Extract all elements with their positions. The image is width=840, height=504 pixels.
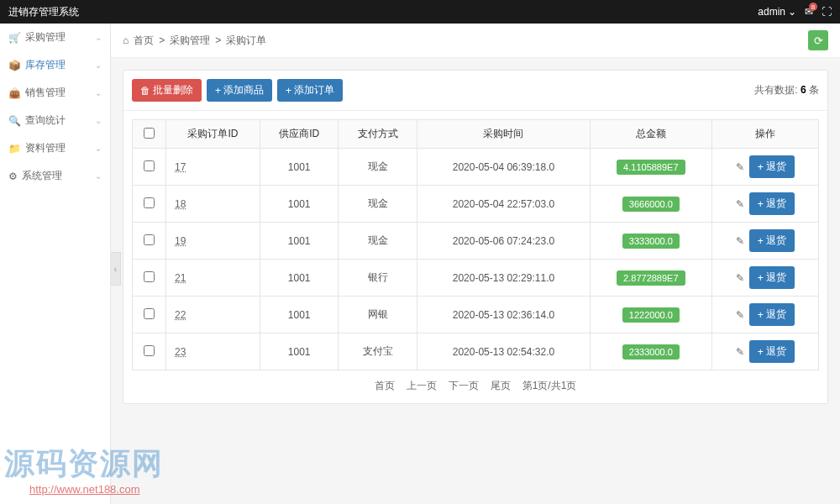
plus-icon: + (758, 346, 764, 358)
table-row: 221001网银2020-05-13 02:36:14.01222000.0✎+… (133, 297, 819, 333)
return-button[interactable]: + 退货 (749, 229, 795, 252)
sidebar-item-query[interactable]: 🔍查询统计 ⌄ (0, 107, 110, 134)
page-info: 第1页/共1页 (522, 379, 577, 393)
breadcrumb: ⌂ 首页 > 采购管理 > 采购订单 (123, 34, 266, 48)
plus-icon: + (758, 309, 764, 321)
add-order-button[interactable]: + 添加订单 (277, 79, 343, 102)
refresh-icon: ⟳ (814, 34, 823, 47)
username: admin (758, 6, 785, 18)
col-order-id: 采购订单ID (166, 120, 260, 149)
pay-method-cell: 现金 (339, 186, 417, 223)
pay-method-cell: 现金 (339, 223, 417, 260)
row-checkbox[interactable] (144, 308, 155, 319)
folder-icon: 📁 (8, 143, 21, 155)
order-id-link[interactable]: 23 (175, 346, 186, 358)
table-row: 191001现金2020-05-06 07:24:23.03333000.0✎+… (133, 223, 819, 260)
row-checkbox[interactable] (144, 160, 155, 171)
app-title: 进销存管理系统 (8, 5, 79, 19)
order-id-link[interactable]: 21 (175, 272, 186, 284)
edit-icon[interactable]: ✎ (736, 309, 744, 321)
supplier-id-cell: 1001 (260, 186, 339, 223)
edit-icon[interactable]: ✎ (736, 161, 744, 173)
col-pay-method: 支付方式 (339, 120, 417, 149)
supplier-id-cell: 1001 (260, 223, 339, 260)
order-id-link[interactable]: 22 (175, 309, 186, 321)
return-button[interactable]: + 退货 (749, 155, 795, 178)
sidebar-item-purchase[interactable]: 🛒采购管理 ⌄ (0, 24, 110, 51)
home-icon[interactable]: ⌂ (123, 34, 129, 46)
plus-icon: + (215, 85, 221, 97)
amount-badge: 4.1105889E7 (617, 160, 685, 175)
search-icon: 🔍 (8, 115, 21, 127)
sidebar: 🛒采购管理 ⌄ 📦库存管理 ⌄ 👜销售管理 ⌄ 🔍查询统计 ⌄ 📁资料管理 ⌄ … (0, 24, 111, 504)
chevron-down-icon: ⌄ (95, 144, 102, 153)
plus-icon: + (758, 161, 764, 173)
fullscreen-icon[interactable]: ⛶ (822, 6, 832, 18)
edit-icon[interactable]: ✎ (736, 198, 744, 210)
pay-method-cell: 现金 (339, 149, 417, 186)
chevron-down-icon: ⌄ (788, 6, 796, 18)
page-prev[interactable]: 上一页 (407, 379, 437, 393)
cart-icon: 🛒 (8, 32, 21, 44)
sidebar-item-system[interactable]: ⚙系统管理 ⌄ (0, 162, 110, 190)
chevron-down-icon: ⌄ (95, 171, 102, 181)
amount-badge: 1222000.0 (622, 307, 680, 323)
supplier-id-cell: 1001 (260, 149, 339, 186)
plus-icon: + (758, 235, 764, 247)
row-checkbox[interactable] (144, 345, 155, 356)
return-button[interactable]: + 退货 (749, 303, 795, 326)
col-action: 操作 (711, 120, 818, 149)
table-row: 231001支付宝2020-05-13 02:54:32.02333000.0✎… (133, 333, 819, 370)
col-supplier-id: 供应商ID (260, 120, 339, 149)
return-button[interactable]: + 退货 (749, 266, 795, 289)
page-last[interactable]: 尾页 (491, 379, 511, 393)
gear-icon: ⚙ (8, 171, 18, 182)
pay-method-cell: 银行 (339, 260, 417, 297)
return-button[interactable]: + 退货 (749, 192, 795, 215)
sidebar-item-sales[interactable]: 👜销售管理 ⌄ (0, 79, 110, 107)
sidebar-item-data[interactable]: 📁资料管理 ⌄ (0, 134, 110, 162)
trash-icon: 🗑 (140, 85, 150, 97)
data-count: 共有数据: 6 条 (754, 83, 819, 97)
time-cell: 2020-05-13 02:54:32.0 (417, 333, 590, 370)
col-amount: 总金额 (590, 120, 711, 149)
supplier-id-cell: 1001 (260, 297, 339, 333)
page-first[interactable]: 首页 (375, 379, 395, 393)
orders-table: 采购订单ID 供应商ID 支付方式 采购时间 总金额 操作 171001现金20… (132, 119, 819, 370)
order-id-link[interactable]: 18 (175, 198, 186, 210)
supplier-id-cell: 1001 (260, 260, 339, 297)
chevron-down-icon: ⌄ (95, 60, 102, 70)
box-icon: 📦 (8, 60, 21, 71)
pay-method-cell: 支付宝 (339, 333, 417, 370)
edit-icon[interactable]: ✎ (736, 235, 744, 247)
sidebar-item-inventory[interactable]: 📦库存管理 ⌄ (0, 51, 110, 79)
mail-button[interactable]: ✉ 8 (805, 6, 813, 18)
time-cell: 2020-05-04 06:39:18.0 (417, 149, 590, 186)
time-cell: 2020-05-04 22:57:03.0 (417, 186, 590, 223)
order-id-link[interactable]: 17 (175, 161, 186, 173)
edit-icon[interactable]: ✎ (736, 272, 744, 284)
order-id-link[interactable]: 19 (175, 235, 186, 247)
row-checkbox[interactable] (144, 234, 155, 245)
time-cell: 2020-05-13 02:36:14.0 (417, 297, 590, 333)
return-button[interactable]: + 退货 (749, 340, 795, 363)
row-checkbox[interactable] (144, 197, 155, 208)
breadcrumb-level1[interactable]: 采购管理 (170, 34, 210, 48)
chevron-down-icon: ⌄ (95, 116, 102, 125)
add-product-button[interactable]: + 添加商品 (207, 79, 272, 102)
select-all-checkbox[interactable] (144, 128, 155, 139)
refresh-button[interactable]: ⟳ (808, 30, 828, 50)
supplier-id-cell: 1001 (260, 333, 339, 370)
row-checkbox[interactable] (144, 271, 155, 282)
user-menu[interactable]: admin ⌄ (758, 6, 796, 18)
breadcrumb-home[interactable]: 首页 (134, 34, 154, 48)
edit-icon[interactable]: ✎ (736, 346, 744, 358)
page-next[interactable]: 下一页 (449, 379, 479, 393)
sidebar-collapse-handle[interactable]: ‹ (111, 252, 121, 286)
time-cell: 2020-05-13 02:29:11.0 (417, 260, 590, 297)
time-cell: 2020-05-06 07:24:23.0 (417, 223, 590, 260)
plus-icon: + (758, 272, 764, 284)
table-row: 171001现金2020-05-04 06:39:18.04.1105889E7… (133, 149, 819, 186)
bulk-delete-button[interactable]: 🗑 批量删除 (132, 79, 202, 102)
plus-icon: + (286, 85, 291, 97)
